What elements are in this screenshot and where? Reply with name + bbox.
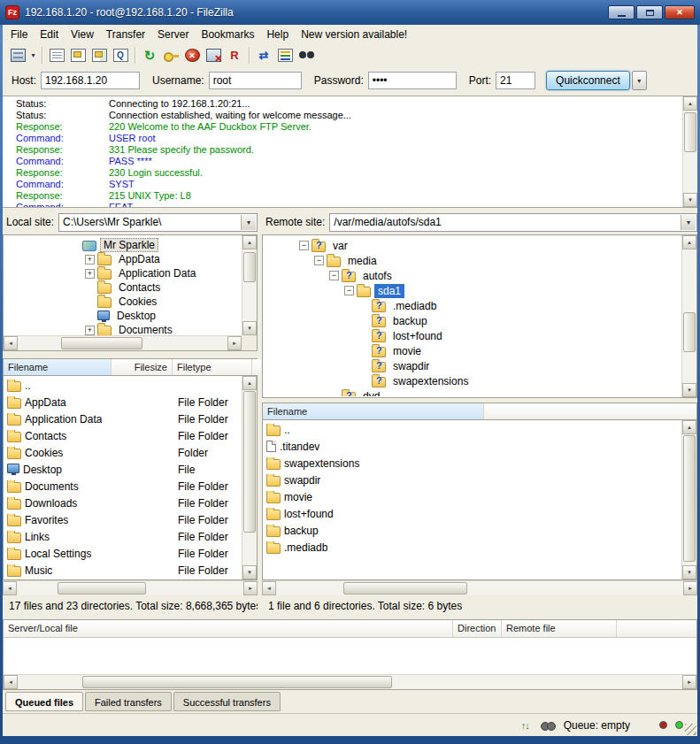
file-row-item[interactable]: .. <box>4 377 242 394</box>
menu-item-new-version-available[interactable]: New version available! <box>295 26 413 42</box>
tab-queued-files[interactable]: Queued files <box>5 692 83 711</box>
expander-plus-icon[interactable] <box>85 326 95 335</box>
scroll-arrow-down[interactable] <box>682 383 696 397</box>
scroll-thumb[interactable] <box>683 312 696 352</box>
combo-dropdown-icon[interactable] <box>681 215 696 230</box>
file-row-backup[interactable]: backup <box>263 522 681 539</box>
tree-item-mediadb[interactable]: .mediadb <box>269 298 681 313</box>
scroll-arrow-down[interactable] <box>682 565 696 579</box>
file-row-downloads[interactable]: DownloadsFile Folder <box>4 495 242 511</box>
toggle-local-tree-button[interactable] <box>67 45 88 66</box>
scroll-arrow-down[interactable] <box>683 193 697 207</box>
scroll-arrow-left[interactable] <box>262 581 276 595</box>
titlebar[interactable]: 192.168.1.20 - root@192.168.1.20 - FileZ… <box>0 0 700 25</box>
log-vertical-scrollbar[interactable] <box>682 96 697 207</box>
file-row-favorites[interactable]: FavoritesFile Folder <box>4 511 242 528</box>
port-input[interactable] <box>496 72 535 89</box>
filter-icon[interactable] <box>541 718 556 732</box>
tree-item-swapextensions[interactable]: swapextensions <box>269 373 681 388</box>
synchronized-browsing-button[interactable] <box>274 45 296 66</box>
scroll-thumb[interactable] <box>684 112 696 152</box>
speed-limit-icon[interactable] <box>518 718 533 732</box>
file-row-titandev[interactable]: .titandev <box>263 438 681 455</box>
file-row-swapextensions[interactable]: swapextensions <box>263 455 681 472</box>
local-list-vertical-scrollbar[interactable] <box>242 376 257 579</box>
local-tree-vertical-scrollbar[interactable] <box>242 235 257 335</box>
file-row-documents[interactable]: DocumentsFile Folder <box>4 478 242 495</box>
file-row-local-settings[interactable]: Local SettingsFile Folder <box>4 545 242 562</box>
refresh-button[interactable] <box>139 45 160 66</box>
file-row-music[interactable]: MusicFile Folder <box>4 562 242 579</box>
scroll-arrow-left[interactable] <box>4 336 18 350</box>
cancel-button[interactable] <box>181 45 203 66</box>
tab-failed-transfers[interactable]: Failed transfers <box>85 692 172 711</box>
column-header-remote-file[interactable]: Remote file <box>502 620 617 637</box>
process-queue-button[interactable] <box>160 45 181 66</box>
disconnect-button[interactable] <box>203 45 224 66</box>
column-header-filename[interactable]: Filename <box>4 359 112 375</box>
scroll-thumb[interactable] <box>82 676 392 688</box>
queue-body[interactable] <box>4 638 696 675</box>
file-row-lost-found[interactable]: lost+found <box>263 505 681 522</box>
reconnect-button[interactable] <box>224 45 245 66</box>
expander-plus-icon[interactable] <box>85 269 95 279</box>
scroll-arrow-up[interactable] <box>242 235 257 249</box>
directory-comparison-button[interactable] <box>253 45 274 66</box>
column-header-filetype[interactable]: Filetype <box>173 359 252 375</box>
resize-grip[interactable] <box>685 724 696 735</box>
scroll-thumb[interactable] <box>243 391 256 533</box>
remote-tree-vertical-scrollbar[interactable] <box>681 235 696 397</box>
tree-item-var[interactable]: var <box>269 238 681 253</box>
scroll-thumb[interactable] <box>61 337 142 349</box>
tree-item-sda1[interactable]: sda1 <box>269 283 681 298</box>
file-row-mediadb[interactable]: .mediadb <box>263 539 681 556</box>
menu-item-server[interactable]: Server <box>151 26 195 42</box>
expander-plus-icon[interactable] <box>85 255 95 265</box>
password-input[interactable] <box>368 72 457 89</box>
quickconnect-dropdown-button[interactable] <box>632 71 647 90</box>
local-list-horizontal-scrollbar[interactable] <box>3 580 258 595</box>
scroll-thumb[interactable] <box>58 582 146 594</box>
tree-item-contacts[interactable]: Contacts <box>10 280 242 295</box>
column-header-direction[interactable]: Direction <box>453 620 502 637</box>
host-input[interactable] <box>41 72 140 89</box>
tree-item-dvd[interactable]: dvd <box>269 388 681 396</box>
tree-item-backup[interactable]: backup <box>269 313 681 328</box>
scroll-arrow-left[interactable] <box>4 675 18 689</box>
file-row-item[interactable]: .. <box>263 421 681 438</box>
column-header-filesize[interactable]: Filesize <box>112 359 173 375</box>
local-tree-horizontal-scrollbar[interactable] <box>4 335 242 350</box>
tree-item-documents[interactable]: Documents <box>10 323 242 335</box>
tab-successful-transfers[interactable]: Successful transfers <box>173 692 281 711</box>
tree-item-desktop[interactable]: Desktop <box>10 309 242 323</box>
local-site-combo[interactable]: C:\Users\Mr Sparkle\ <box>58 213 258 232</box>
close-button[interactable] <box>665 5 695 19</box>
queue-horizontal-scrollbar[interactable] <box>4 674 696 689</box>
tree-item-application-data[interactable]: Application Data <box>10 266 242 280</box>
toggle-remote-tree-button[interactable] <box>88 45 110 66</box>
tree-item-mr-sparkle[interactable]: Mr Sparkle <box>10 238 242 252</box>
tree-item-movie[interactable]: movie <box>269 343 681 358</box>
scroll-arrow-down[interactable] <box>242 565 257 579</box>
menu-item-bookmarks[interactable]: Bookmarks <box>195 26 260 42</box>
scroll-thumb[interactable] <box>243 252 256 282</box>
site-manager-button[interactable] <box>7 45 28 66</box>
remote-list-vertical-scrollbar[interactable] <box>681 420 696 579</box>
expander-minus-icon[interactable] <box>344 286 354 295</box>
scroll-arrow-left[interactable] <box>3 581 17 595</box>
maximize-button[interactable] <box>636 5 663 19</box>
scroll-arrow-up[interactable] <box>682 235 696 249</box>
file-row-appdata[interactable]: AppDataFile Folder <box>4 394 242 410</box>
file-row-application-data[interactable]: Application DataFile Folder <box>4 410 242 427</box>
toggle-queue-button[interactable] <box>110 45 131 66</box>
file-row-links[interactable]: LinksFile Folder <box>4 528 242 545</box>
column-header-filename[interactable]: Filename <box>263 403 484 419</box>
menu-item-file[interactable]: File <box>4 26 34 42</box>
scroll-thumb[interactable] <box>343 582 467 594</box>
tree-item-swapdir[interactable]: swapdir <box>269 358 681 373</box>
column-header-server-local-file[interactable]: Server/Local file <box>4 620 453 637</box>
menu-item-help[interactable]: Help <box>260 26 295 42</box>
expander-minus-icon[interactable] <box>299 241 309 250</box>
minimize-button[interactable] <box>608 5 635 19</box>
menu-item-view[interactable]: View <box>65 26 100 42</box>
